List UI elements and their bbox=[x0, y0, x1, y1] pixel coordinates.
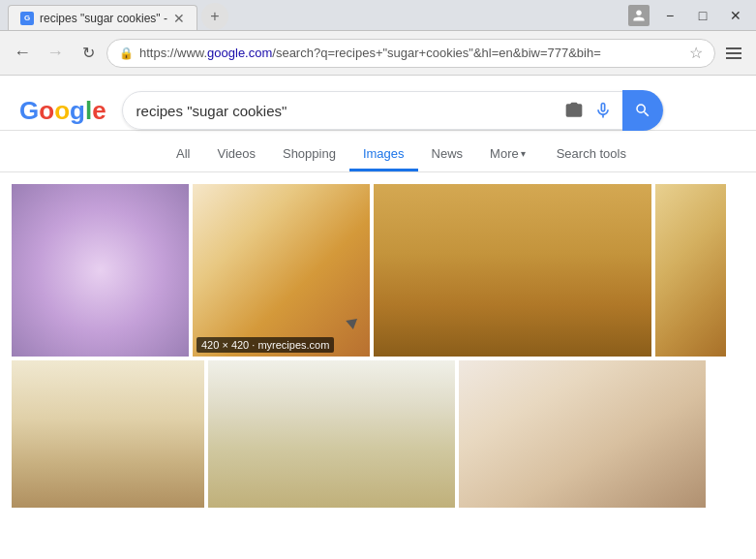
tab-close-button[interactable]: ✕ bbox=[173, 12, 185, 25]
image-item-1[interactable] bbox=[12, 184, 189, 357]
tab-more[interactable]: More bbox=[476, 139, 539, 171]
google-logo: Google bbox=[19, 98, 106, 123]
window-controls: − □ ✕ bbox=[628, 3, 748, 28]
image-item-7[interactable] bbox=[459, 360, 706, 508]
active-tab[interactable]: G recipes "sugar cookies" - ✕ bbox=[8, 5, 197, 30]
search-input[interactable] bbox=[136, 103, 555, 119]
new-tab-button[interactable]: + bbox=[201, 3, 228, 30]
tab-all[interactable]: All bbox=[163, 139, 203, 171]
image-row-1: 420 × 420 · myrecipes.com bbox=[12, 184, 744, 357]
maximize-button[interactable]: □ bbox=[690, 3, 715, 28]
forward-arrow-icon: → bbox=[46, 43, 64, 63]
lock-icon: 🔒 bbox=[119, 47, 134, 60]
search-tools-button[interactable]: Search tools bbox=[543, 139, 640, 171]
tab-news[interactable]: News bbox=[418, 139, 477, 171]
search-page: Google All Videos Shopping Images News M… bbox=[0, 76, 756, 559]
title-bar: G recipes "sugar cookies" - ✕ + − □ ✕ bbox=[0, 0, 756, 31]
mic-icon bbox=[593, 101, 613, 120]
camera-icon bbox=[564, 101, 584, 120]
bookmark-star-icon[interactable]: ☆ bbox=[689, 44, 703, 62]
cursor-indicator bbox=[346, 319, 359, 330]
search-submit-button[interactable] bbox=[622, 90, 663, 131]
tabs-navigation: All Videos Shopping Images News More Sea… bbox=[0, 131, 756, 172]
refresh-icon: ↻ bbox=[82, 44, 95, 62]
back-button[interactable]: ← bbox=[8, 39, 37, 68]
close-button[interactable]: ✕ bbox=[723, 3, 748, 28]
minimize-button[interactable]: − bbox=[657, 3, 682, 28]
image-item-3[interactable] bbox=[374, 184, 651, 357]
image-overlay-2: 420 × 420 · myrecipes.com bbox=[197, 337, 334, 353]
menu-line-2 bbox=[726, 52, 741, 54]
image-item-5[interactable] bbox=[12, 360, 204, 508]
search-submit-icon bbox=[634, 102, 651, 119]
voice-search-button[interactable] bbox=[593, 101, 613, 120]
image-item-2[interactable]: 420 × 420 · myrecipes.com bbox=[193, 184, 370, 357]
tab-videos[interactable]: Videos bbox=[203, 139, 269, 171]
person-icon bbox=[632, 9, 646, 22]
tab-title: recipes "sugar cookies" - bbox=[40, 12, 167, 25]
image-item-6[interactable] bbox=[208, 360, 455, 508]
address-bar[interactable]: 🔒 https://www.google.com/search?q=recipe… bbox=[106, 39, 715, 68]
menu-line-1 bbox=[726, 47, 741, 49]
tab-shopping[interactable]: Shopping bbox=[269, 139, 349, 171]
image-item-4[interactable] bbox=[655, 184, 726, 357]
image-row-2 bbox=[12, 360, 744, 508]
tab-images[interactable]: Images bbox=[349, 139, 418, 171]
refresh-button[interactable]: ↻ bbox=[74, 39, 103, 68]
image-results: 420 × 420 · myrecipes.com bbox=[0, 172, 756, 519]
user-icon bbox=[628, 5, 650, 26]
menu-button[interactable] bbox=[719, 39, 748, 68]
menu-line-3 bbox=[726, 57, 741, 59]
search-box[interactable] bbox=[122, 91, 664, 130]
search-icon-group bbox=[564, 101, 613, 120]
tab-area: G recipes "sugar cookies" - ✕ + bbox=[8, 0, 628, 30]
search-header: Google bbox=[0, 76, 756, 131]
nav-bar: ← → ↻ 🔒 https://www.google.com/search?q=… bbox=[0, 31, 756, 76]
camera-search-button[interactable] bbox=[564, 101, 584, 120]
tab-favicon: G bbox=[20, 12, 34, 25]
back-arrow-icon: ← bbox=[14, 43, 31, 63]
forward-button[interactable]: → bbox=[41, 39, 70, 68]
address-text: https://www.google.com/search?q=recipes+… bbox=[139, 46, 683, 60]
